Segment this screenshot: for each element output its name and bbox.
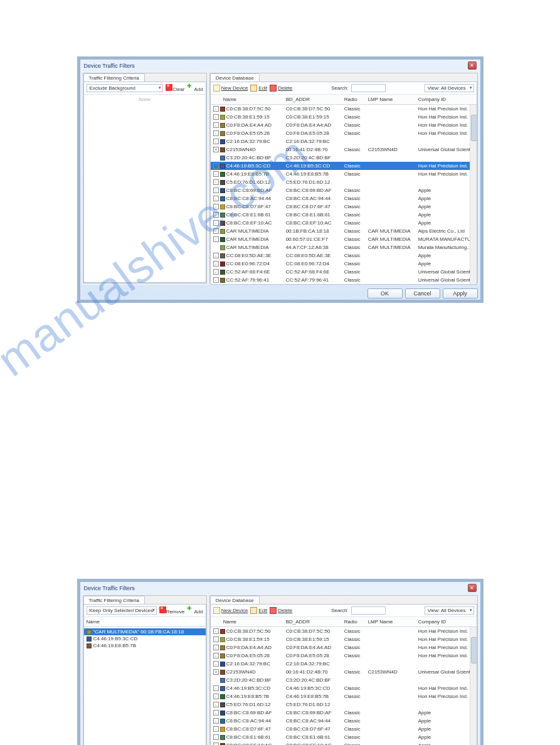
table-row[interactable]: -C4:46:19:B5:3C:CDC4:46:19:B5:3C:CDClass…	[211, 684, 477, 692]
close-icon[interactable]: ✕	[468, 61, 477, 70]
table-row[interactable]: -C0:F8:DA:E4:A4:ADC0:F8:DA:E4:A4:ADClass…	[211, 121, 477, 129]
search-label: Search:	[331, 608, 349, 613]
table-row[interactable]: -C8:BC:C8:AC:94:44C8:BC:C8:AC:94:44Class…	[211, 194, 477, 203]
add-button[interactable]: Add	[187, 84, 203, 92]
table-row[interactable]: -C8:BC:C8:D7:6F:47C8:BC:C8:D7:6F:47Class…	[211, 725, 477, 733]
filter-mode-dropdown[interactable]: Keep Only Selected Devices	[87, 606, 157, 615]
col-lmp-name[interactable]: LMP Name	[367, 97, 417, 102]
tab-device-database[interactable]: Device Database	[210, 596, 260, 605]
table-row[interactable]: -C0:F8:DA:E5:05:28C0:F8:DA:E5:05:28Class…	[211, 652, 477, 660]
table-row[interactable]: C3:2D:20:4C:BD:BFC3:2D:20:4C:BD:BF	[211, 676, 477, 684]
table-row[interactable]: -C2:16:DA:32:79:BCC2:16:DA:32:79:BC	[211, 137, 477, 145]
table-row[interactable]: -C5:ED:76:D1:6D:12C5:ED:76:D1:6D:12	[211, 178, 477, 186]
table-row[interactable]: -C8:BC:C8:AC:94:44C8:BC:C8:AC:94:44Class…	[211, 717, 477, 725]
new-icon	[213, 607, 220, 614]
table-row[interactable]: -C8:BC:C8:EF:10:ACC8:BC:C8:EF:10:ACClass…	[211, 219, 477, 227]
filter-mode-dropdown[interactable]: Exclude Background	[87, 84, 164, 92]
table-row[interactable]: -C4:46:19:B5:3C:CDC4:46:19:B5:3C:CDClass…	[211, 162, 477, 170]
table-row[interactable]: -C4:46:19:E8:B5:7BC4:46:19:E8:B5:7BClass…	[211, 692, 477, 700]
new-device-button[interactable]: New Device	[213, 607, 248, 614]
new-device-button[interactable]: New Device	[213, 85, 248, 92]
table-row[interactable]: +C2153WN4D00:16:41:D2:4B:70ClassicC2153W…	[211, 668, 477, 676]
table-row[interactable]: -C2:16:DA:32:79:BCC2:16:DA:32:79:BC	[211, 660, 477, 668]
search-input[interactable]	[351, 606, 386, 615]
col-bd-addr[interactable]: BD_ADDR	[285, 619, 343, 625]
dialog-title: Device Traffic Filters	[84, 63, 135, 69]
clear-button[interactable]: Clear	[166, 84, 184, 92]
col-name[interactable]: Name	[211, 619, 285, 625]
list-item[interactable]: C4:46:19:B5:3C:CD	[84, 635, 206, 642]
close-icon[interactable]: ✕	[468, 584, 477, 592]
remove-button[interactable]: Remove	[159, 606, 185, 615]
device-list-header: Name BD_ADDR Radio LMP Name Company ID	[211, 617, 477, 627]
view-dropdown[interactable]: View: All Devices	[425, 84, 474, 92]
new-icon	[213, 85, 220, 92]
table-row[interactable]: +C2153WN4D00:16:41:D2:4B:70ClassicC2153W…	[211, 145, 477, 154]
device-list[interactable]: -C0:CB:38:D7:5C:50C0:CB:38:D7:5C:50Class…	[211, 627, 477, 745]
tab-traffic-filtering-criteria[interactable]: Traffic Filtering Criteria	[83, 596, 145, 605]
table-row[interactable]: -C0:F8:DA:E4:A4:ADC0:F8:DA:E4:A4:ADClass…	[211, 643, 477, 652]
col-company-id[interactable]: Company ID	[417, 619, 477, 625]
dialog-title: Device Traffic Filters	[84, 585, 135, 591]
edit-icon	[250, 85, 257, 92]
device-list[interactable]: -C0:CB:38:D7:5C:50C0:CB:38:D7:5C:50Class…	[211, 105, 477, 284]
filter-list-placeholder: None	[84, 96, 206, 103]
table-row[interactable]: -C8:BC:C8:D7:6F:47C8:BC:C8:D7:6F:47Class…	[211, 203, 477, 211]
cancel-button[interactable]: Cancel	[405, 288, 440, 299]
table-row[interactable]: -C4:46:19:E8:B5:7BC4:46:19:E8:B5:7BClass…	[211, 170, 477, 178]
table-row[interactable]: -C8:BC:C8:EF:10:ACC8:BC:C8:EF:10:ACClass…	[211, 741, 477, 745]
tab-device-database[interactable]: Device Database	[210, 73, 260, 82]
col-bd-addr[interactable]: BD_ADDR	[285, 97, 343, 102]
table-row[interactable]: -C0:CB:38:D7:5C:50C0:CB:38:D7:5C:50Class…	[211, 627, 477, 635]
apply-button[interactable]: Apply	[443, 288, 478, 299]
table-row[interactable]: -C0:CB:38:D7:5C:50C0:CB:38:D7:5C:50Class…	[211, 105, 477, 113]
table-row[interactable]: -CC:08:E0:96:72:D4CC:08:E0:96:72:D4Class…	[211, 260, 477, 268]
col-company-id[interactable]: Company ID	[417, 97, 477, 102]
search-label: Search:	[331, 85, 349, 91]
remove-icon	[159, 606, 166, 613]
table-row[interactable]: -C0:CB:38:E1:59:15C0:CB:38:E1:59:15Class…	[211, 113, 477, 121]
filter-list[interactable]: "CAR MULTIMEDIA" 00:1B:FB:CA:18:18C4:46:…	[84, 627, 206, 745]
tab-traffic-filtering-criteria[interactable]: Traffic Filtering Criteria	[83, 73, 145, 82]
col-lmp-name[interactable]: LMP Name	[367, 619, 417, 625]
add-icon	[187, 606, 194, 613]
table-row[interactable]: CAR MULTIMEDIA44:A7:CF:12:A6:38ClassicCA…	[211, 243, 477, 251]
table-row[interactable]: -C8:BC:C8:69:BD:AFC8:BC:C8:69:BD:AFClass…	[211, 709, 477, 717]
add-button[interactable]: Add	[187, 606, 203, 615]
scrollbar[interactable]	[470, 105, 477, 284]
table-row[interactable]: -CC:52:AF:79:96:41CC:52:AF:79:96:41Class…	[211, 276, 477, 284]
edit-icon	[250, 607, 257, 614]
table-row[interactable]: -CC:52:AF:68:F4:6ECC:52:AF:68:F4:6EClass…	[211, 268, 477, 276]
view-dropdown[interactable]: View: All Devices	[425, 606, 474, 615]
table-row[interactable]: -C0:F8:DA:E5:05:28C0:F8:DA:E5:05:28Class…	[211, 129, 477, 137]
table-row[interactable]: C3:2D:20:4C:BD:BFC3:2D:20:4C:BD:BF	[211, 154, 477, 162]
add-icon	[187, 84, 194, 91]
col-radio[interactable]: Radio	[343, 619, 367, 625]
table-row[interactable]: -C5:ED:76:D1:6D:12C5:ED:76:D1:6D:12	[211, 700, 477, 709]
ok-button[interactable]: OK	[367, 288, 403, 299]
table-row[interactable]: -CAR MULTIMEDIA00:1B:FB:CA:18:18ClassicC…	[211, 227, 477, 235]
table-row[interactable]: -C8:BC:C8:E1:6B:61C8:BC:C8:E1:6B:61Class…	[211, 733, 477, 741]
table-row[interactable]: -CC:08:E0:5D:AE:3ECC:08:E0:5D:AE:3EClass…	[211, 251, 477, 260]
col-name[interactable]: Name	[211, 97, 285, 102]
delete-icon	[270, 85, 277, 92]
list-item[interactable]: C4:46:19:E8:B5:7B	[84, 642, 206, 649]
edit-button[interactable]: Edit	[250, 607, 267, 614]
col-radio[interactable]: Radio	[343, 97, 367, 102]
list-item[interactable]: "CAR MULTIMEDIA" 00:1B:FB:CA:18:18	[84, 628, 206, 635]
delete-button[interactable]: Delete	[270, 607, 292, 614]
edit-button[interactable]: Edit	[250, 85, 267, 92]
search-input[interactable]	[351, 84, 386, 92]
filter-list-header[interactable]: Name	[84, 617, 206, 627]
device-traffic-filters-dialog: Device Traffic Filters ✕ Traffic Filteri…	[77, 579, 483, 745]
table-row[interactable]: -CAR MULTIMEDIA00:60:57:01:CE:F7ClassicC…	[211, 235, 477, 243]
delete-button[interactable]: Delete	[270, 85, 292, 92]
table-row[interactable]: -C8:BC:C8:69:BD:AFC8:BC:C8:69:BD:AFClass…	[211, 186, 477, 194]
delete-icon	[270, 607, 277, 614]
device-list-header: Name BD_ADDR Radio LMP Name Company ID	[211, 95, 477, 105]
table-row[interactable]: -C8:BC:C8:E1:6B:61C8:BC:C8:E1:6B:61Class…	[211, 211, 477, 219]
clear-icon	[166, 84, 172, 91]
scrollbar[interactable]	[470, 627, 477, 745]
table-row[interactable]: -C0:CB:38:E1:59:15C0:CB:38:E1:59:15Class…	[211, 635, 477, 643]
device-traffic-filters-dialog: Device Traffic Filters ✕ Traffic Filteri…	[77, 56, 483, 303]
